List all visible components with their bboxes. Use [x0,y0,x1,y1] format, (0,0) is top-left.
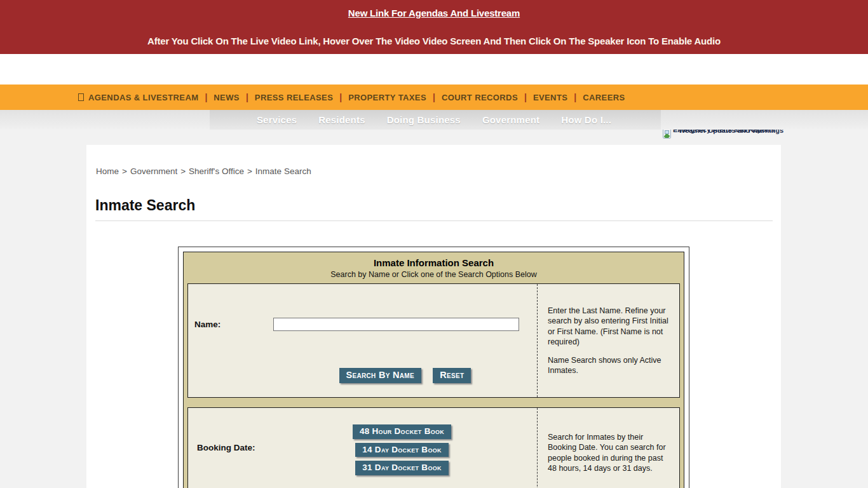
nav-item-how-do-i[interactable]: How Do I... [561,114,611,125]
breadcrumb-sheriffs-office[interactable]: Sheriff's Office [189,166,244,176]
name-search-help: Enter the Last Name. Refine your search … [537,284,679,397]
breadcrumb: Home>Government>Sheriff's Office>Inmate … [96,166,311,176]
inmate-search-panel: Inmate Information Search Search by Name… [183,252,684,488]
broken-image-icon[interactable] [663,128,671,139]
nav-item-doing-business[interactable]: Doing Business [387,114,461,125]
primary-nav-items: AGENDAS & LIVESTREAM | NEWS | PRESS RELE… [72,92,632,102]
breadcrumb-inmate-search: Inmate Search [255,166,311,176]
panel-subtitle: Search by Name or Click one of the Searc… [187,268,680,283]
name-search-form: Name: Search By Name Reset [188,284,537,397]
name-input[interactable] [273,318,519,331]
primary-nav: AGENDAS & LIVESTREAM | NEWS | PRESS RELE… [0,85,868,110]
docket-14-day-button[interactable]: 14 Day Docket Book [355,443,449,458]
name-buttons-row: Search By Name Reset [188,368,537,383]
breadcrumb-government[interactable]: Government [130,166,177,176]
docket-31-day-button[interactable]: 31 Day Docket Book [355,461,449,475]
nav-item-press-releases[interactable]: PRESS RELEASES [248,93,339,102]
name-search-section: Name: Search By Name Reset Enter the Las… [187,283,680,398]
breadcrumb-separator: > [177,166,189,176]
nav-item-government[interactable]: Government [482,114,539,125]
alert-banner: New Link For Agendas And Livestream Afte… [0,0,868,54]
search-by-name-button[interactable]: Search By Name [339,368,421,383]
name-help-text-1: Enter the Last Name. Refine your search … [548,306,670,347]
calendar-icon [78,93,84,101]
logo-strip: Go to Georgia Homepage Georgia County Ho… [0,54,868,85]
nav-item-residents[interactable]: Residents [318,114,365,125]
nav-item-events[interactable]: EVENTS [527,93,574,102]
breadcrumb-separator: > [244,166,255,176]
page-title: Inmate Search [95,197,195,214]
breadcrumb-separator: > [119,166,130,176]
nav-item-services[interactable]: Services [257,114,297,125]
reset-button[interactable]: Reset [433,368,471,383]
breadcrumb-home[interactable]: Home [96,166,119,176]
nav-item-agendas[interactable]: AGENDAS & LIVESTREAM [72,93,205,102]
inmate-search-box: Inmate Information Search Search by Name… [178,247,689,488]
secondary-nav: Services Residents Doing Business Govern… [0,110,868,130]
nav-item-news[interactable]: NEWS [207,93,246,102]
page: New Link For Agendas And Livestream Afte… [0,0,868,488]
name-help-text-2: Name Search shows only Active Inmates. [548,355,670,376]
content-card: Home>Government>Sheriff's Office>Inmate … [86,145,781,488]
nav-item-court-records[interactable]: COURT RECORDS [435,93,524,102]
booking-date-section: Booking Date: 48 Hour Docket Book 14 Day… [187,407,680,488]
nav-item-careers[interactable]: CAREERS [576,93,631,102]
nav-item-property-taxes[interactable]: PROPERTY TAXES [342,93,433,102]
agendas-livestream-link[interactable]: New Link For Agendas And Livestream [348,8,520,18]
name-label: Name: [194,320,220,329]
secondary-nav-items: Services Residents Doing Business Govern… [0,110,868,130]
alert-message: After You Click On The Live Video Link, … [0,36,868,46]
docket-buttons-column: 48 Hour Docket Book 14 Day Docket Book 3… [227,424,576,475]
docket-48-hour-button[interactable]: 48 Hour Docket Book [353,424,451,439]
panel-title: Inmate Information Search [187,252,680,268]
section-gap [187,398,680,407]
booking-date-form: Booking Date: 48 Hour Docket Book 14 Day… [188,408,537,488]
title-divider [95,220,773,221]
